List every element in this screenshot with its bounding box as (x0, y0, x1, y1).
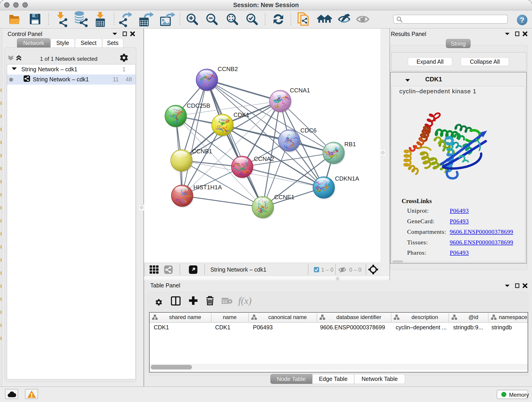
svg-text:CDKN1A: CDKN1A (335, 175, 359, 182)
svg-text:CCNB1: CCNB1 (192, 148, 212, 155)
svg-text:CDC25B: CDC25B (187, 102, 210, 109)
svg-text:CCNE1: CCNE1 (274, 194, 294, 201)
svg-text:CCNB2: CCNB2 (218, 65, 238, 72)
svg-text:RB1: RB1 (344, 141, 356, 148)
svg-text:CDC6: CDC6 (300, 127, 317, 134)
svg-text:CCNA1: CCNA1 (290, 87, 310, 94)
svg-text:HIST1H1A: HIST1H1A (193, 184, 222, 191)
svg-text:CCNA2: CCNA2 (254, 155, 274, 162)
svg-text:CDK1: CDK1 (234, 111, 249, 118)
